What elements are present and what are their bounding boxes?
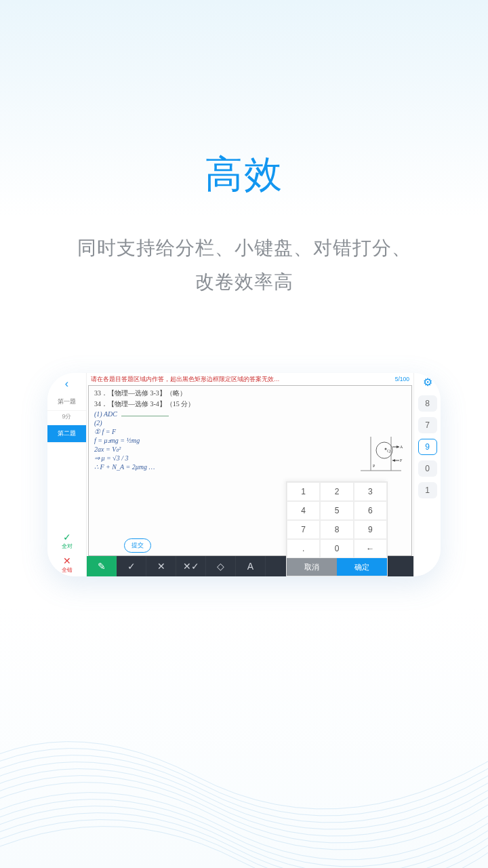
check-tool[interactable]: ✓: [117, 556, 146, 576]
keypad-key-0[interactable]: 0: [320, 539, 353, 558]
score-chip-8[interactable]: 8: [418, 395, 437, 412]
answer-area-hint: 5/100 请在各题目答题区域内作答，超出黑色矩形边框限定区域的答案无效…: [87, 373, 413, 385]
all-wrong-button[interactable]: 全错: [47, 553, 86, 576]
hero-title: 高效: [0, 149, 488, 201]
score-column: ⚙ 87901: [413, 373, 441, 576]
svg-text:F: F: [400, 458, 403, 462]
keypad-confirm[interactable]: 确定: [337, 558, 387, 576]
keypad-key-5[interactable]: 5: [320, 501, 353, 520]
erase-tool[interactable]: ◇: [206, 556, 236, 576]
text-tool[interactable]: A: [236, 556, 266, 576]
keypad-key-4[interactable]: 4: [287, 501, 320, 520]
all-correct-button[interactable]: 全对: [47, 529, 86, 553]
question-sidebar: ‹ 第一题 9分 第二题 全对 全错: [47, 373, 87, 576]
keypad-key-8[interactable]: 8: [320, 520, 353, 539]
question-1-score: 9分: [47, 411, 86, 425]
score-keypad: 123456789.0← 取消 确定: [286, 481, 388, 576]
progress-counter: 5/100: [395, 376, 409, 382]
submit-button[interactable]: 提交: [124, 538, 151, 553]
keypad-key-9[interactable]: 9: [354, 520, 387, 539]
keypad-key-.[interactable]: .: [287, 539, 320, 558]
score-chip-0[interactable]: 0: [418, 460, 437, 477]
svg-text:A: A: [400, 445, 403, 449]
svg-marker-7: [396, 446, 399, 448]
keypad-key-1[interactable]: 1: [287, 482, 320, 501]
keypad-key-2[interactable]: 2: [320, 482, 353, 501]
svg-text:P: P: [373, 464, 375, 468]
svg-marker-10: [392, 459, 395, 462]
tab-question-1[interactable]: 第一题: [47, 393, 86, 411]
pen-tool[interactable]: ✎: [87, 556, 117, 576]
grading-app-screenshot: ‹ 第一题 9分 第二题 全对 全错 5/100 请在各题目答题区域内作答，超出…: [47, 373, 441, 576]
background-waves: [0, 610, 488, 868]
keypad-key-7[interactable]: 7: [287, 520, 320, 539]
student-answer-1: (1) ADC: [94, 410, 406, 418]
cross-tool[interactable]: ✕: [146, 556, 176, 576]
svg-text:Q: Q: [387, 448, 390, 454]
keypad-key-6[interactable]: 6: [354, 501, 387, 520]
half-wrong-tool[interactable]: ✕✓: [176, 556, 206, 576]
gear-icon[interactable]: ⚙: [423, 376, 432, 389]
score-chip-1[interactable]: 1: [418, 482, 437, 498]
score-chip-7[interactable]: 7: [418, 417, 437, 433]
hero-subtitle: 同时支持给分栏、小键盘、对错打分、 改卷效率高: [0, 231, 488, 300]
keypad-key-3[interactable]: 3: [354, 482, 387, 501]
back-icon[interactable]: ‹: [47, 376, 86, 393]
keypad-key-←[interactable]: ←: [354, 539, 387, 558]
score-chip-9[interactable]: 9: [418, 439, 437, 455]
physics-diagram: Q A F P: [357, 433, 405, 474]
tab-question-2[interactable]: 第二题: [47, 425, 86, 443]
keypad-cancel[interactable]: 取消: [287, 558, 337, 576]
